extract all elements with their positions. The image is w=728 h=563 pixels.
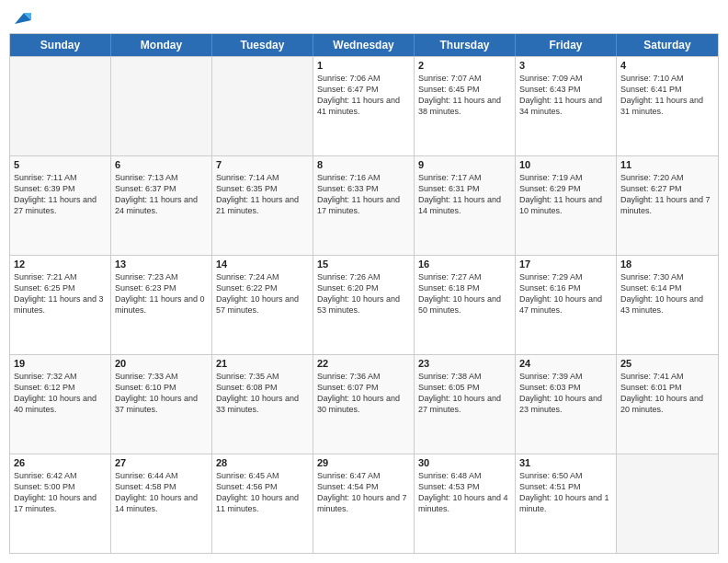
cal-cell: 12Sunrise: 7:21 AMSunset: 6:25 PMDayligh… bbox=[10, 256, 111, 354]
header bbox=[9, 9, 719, 28]
cell-info: Sunrise: 7:23 AMSunset: 6:23 PMDaylight:… bbox=[115, 271, 208, 316]
cell-info: Sunrise: 7:26 AMSunset: 6:20 PMDaylight:… bbox=[317, 271, 410, 316]
cell-info: Sunrise: 6:47 AMSunset: 4:54 PMDaylight:… bbox=[317, 470, 410, 515]
cal-header-friday: Friday bbox=[516, 34, 617, 56]
cal-cell: 28Sunrise: 6:45 AMSunset: 4:56 PMDayligh… bbox=[212, 454, 313, 553]
cell-info: Sunrise: 7:16 AMSunset: 6:33 PMDaylight:… bbox=[317, 172, 410, 217]
cal-cell bbox=[10, 57, 111, 155]
cal-week-3: 19Sunrise: 7:32 AMSunset: 6:12 PMDayligh… bbox=[10, 354, 718, 454]
day-number: 28 bbox=[216, 457, 309, 468]
day-number: 25 bbox=[620, 358, 714, 369]
cal-header-thursday: Thursday bbox=[415, 34, 516, 56]
day-number: 20 bbox=[115, 358, 208, 369]
day-number: 9 bbox=[418, 159, 511, 170]
cell-info: Sunrise: 7:41 AMSunset: 6:01 PMDaylight:… bbox=[620, 371, 714, 416]
cal-cell: 3Sunrise: 7:09 AMSunset: 6:43 PMDaylight… bbox=[516, 57, 617, 155]
cal-cell: 29Sunrise: 6:47 AMSunset: 4:54 PMDayligh… bbox=[313, 454, 415, 553]
cal-cell: 15Sunrise: 7:26 AMSunset: 6:20 PMDayligh… bbox=[313, 256, 415, 354]
cell-info: Sunrise: 6:50 AMSunset: 4:51 PMDaylight:… bbox=[519, 470, 612, 515]
day-number: 10 bbox=[519, 159, 612, 170]
cal-cell: 19Sunrise: 7:32 AMSunset: 6:12 PMDayligh… bbox=[10, 355, 111, 454]
cell-info: Sunrise: 7:09 AMSunset: 6:43 PMDaylight:… bbox=[519, 73, 612, 118]
cal-cell: 10Sunrise: 7:19 AMSunset: 6:29 PMDayligh… bbox=[516, 156, 617, 255]
cell-info: Sunrise: 7:27 AMSunset: 6:18 PMDaylight:… bbox=[418, 271, 511, 316]
cal-week-2: 12Sunrise: 7:21 AMSunset: 6:25 PMDayligh… bbox=[10, 255, 718, 354]
cell-info: Sunrise: 7:39 AMSunset: 6:03 PMDaylight:… bbox=[519, 371, 612, 416]
cell-info: Sunrise: 7:35 AMSunset: 6:08 PMDaylight:… bbox=[216, 371, 309, 416]
cal-cell: 17Sunrise: 7:29 AMSunset: 6:16 PMDayligh… bbox=[516, 256, 617, 354]
day-number: 17 bbox=[519, 259, 612, 270]
cal-cell: 1Sunrise: 7:06 AMSunset: 6:47 PMDaylight… bbox=[313, 57, 415, 155]
cal-cell: 27Sunrise: 6:44 AMSunset: 4:58 PMDayligh… bbox=[111, 454, 212, 553]
cell-info: Sunrise: 7:33 AMSunset: 6:10 PMDaylight:… bbox=[115, 371, 208, 416]
cal-cell: 9Sunrise: 7:17 AMSunset: 6:31 PMDaylight… bbox=[415, 156, 516, 255]
cal-cell: 31Sunrise: 6:50 AMSunset: 4:51 PMDayligh… bbox=[516, 454, 617, 553]
logo-icon bbox=[11, 7, 31, 28]
cell-info: Sunrise: 7:17 AMSunset: 6:31 PMDaylight:… bbox=[418, 172, 511, 217]
cal-cell: 13Sunrise: 7:23 AMSunset: 6:23 PMDayligh… bbox=[111, 256, 212, 354]
day-number: 7 bbox=[216, 159, 309, 170]
cell-info: Sunrise: 7:20 AMSunset: 6:27 PMDaylight:… bbox=[620, 172, 714, 217]
cal-cell: 7Sunrise: 7:14 AMSunset: 6:35 PMDaylight… bbox=[212, 156, 313, 255]
calendar-page: SundayMondayTuesdayWednesdayThursdayFrid… bbox=[0, 0, 728, 563]
cal-header-saturday: Saturday bbox=[617, 34, 718, 56]
cal-cell: 5Sunrise: 7:11 AMSunset: 6:39 PMDaylight… bbox=[10, 156, 111, 255]
cell-info: Sunrise: 7:24 AMSunset: 6:22 PMDaylight:… bbox=[216, 271, 309, 316]
day-number: 18 bbox=[620, 259, 714, 270]
cal-header-monday: Monday bbox=[111, 34, 212, 56]
cell-info: Sunrise: 7:14 AMSunset: 6:35 PMDaylight:… bbox=[216, 172, 309, 217]
cal-cell: 2Sunrise: 7:07 AMSunset: 6:45 PMDaylight… bbox=[415, 57, 516, 155]
calendar: SundayMondayTuesdayWednesdayThursdayFrid… bbox=[9, 33, 719, 554]
day-number: 1 bbox=[317, 60, 410, 71]
cal-cell: 20Sunrise: 7:33 AMSunset: 6:10 PMDayligh… bbox=[111, 355, 212, 454]
cell-info: Sunrise: 7:36 AMSunset: 6:07 PMDaylight:… bbox=[317, 371, 410, 416]
cal-week-4: 26Sunrise: 6:42 AMSunset: 5:00 PMDayligh… bbox=[10, 454, 718, 553]
day-number: 14 bbox=[216, 259, 309, 270]
day-number: 3 bbox=[519, 60, 612, 71]
cal-cell: 21Sunrise: 7:35 AMSunset: 6:08 PMDayligh… bbox=[212, 355, 313, 454]
cal-cell: 11Sunrise: 7:20 AMSunset: 6:27 PMDayligh… bbox=[617, 156, 718, 255]
calendar-header-row: SundayMondayTuesdayWednesdayThursdayFrid… bbox=[10, 34, 718, 56]
day-number: 31 bbox=[519, 457, 612, 468]
day-number: 22 bbox=[317, 358, 410, 369]
day-number: 27 bbox=[115, 457, 208, 468]
cal-cell: 25Sunrise: 7:41 AMSunset: 6:01 PMDayligh… bbox=[617, 355, 718, 454]
cal-cell: 23Sunrise: 7:38 AMSunset: 6:05 PMDayligh… bbox=[415, 355, 516, 454]
cell-info: Sunrise: 7:06 AMSunset: 6:47 PMDaylight:… bbox=[317, 73, 410, 118]
cell-info: Sunrise: 6:44 AMSunset: 4:58 PMDaylight:… bbox=[115, 470, 208, 515]
cell-info: Sunrise: 7:19 AMSunset: 6:29 PMDaylight:… bbox=[519, 172, 612, 217]
day-number: 24 bbox=[519, 358, 612, 369]
cell-info: Sunrise: 7:21 AMSunset: 6:25 PMDaylight:… bbox=[14, 271, 107, 316]
day-number: 11 bbox=[620, 159, 714, 170]
cal-cell bbox=[111, 57, 212, 155]
day-number: 5 bbox=[14, 159, 107, 170]
cell-info: Sunrise: 6:45 AMSunset: 4:56 PMDaylight:… bbox=[216, 470, 309, 515]
cal-cell: 26Sunrise: 6:42 AMSunset: 5:00 PMDayligh… bbox=[10, 454, 111, 553]
cal-cell bbox=[617, 454, 718, 553]
day-number: 19 bbox=[14, 358, 107, 369]
cal-cell: 30Sunrise: 6:48 AMSunset: 4:53 PMDayligh… bbox=[415, 454, 516, 553]
cal-cell: 22Sunrise: 7:36 AMSunset: 6:07 PMDayligh… bbox=[313, 355, 415, 454]
day-number: 23 bbox=[418, 358, 511, 369]
day-number: 12 bbox=[14, 259, 107, 270]
day-number: 6 bbox=[115, 159, 208, 170]
day-number: 26 bbox=[14, 457, 107, 468]
cell-info: Sunrise: 7:13 AMSunset: 6:37 PMDaylight:… bbox=[115, 172, 208, 217]
cal-cell: 4Sunrise: 7:10 AMSunset: 6:41 PMDaylight… bbox=[617, 57, 718, 155]
logo bbox=[9, 9, 31, 28]
cal-header-wednesday: Wednesday bbox=[313, 34, 415, 56]
calendar-body: 1Sunrise: 7:06 AMSunset: 6:47 PMDaylight… bbox=[10, 56, 718, 553]
cal-cell: 24Sunrise: 7:39 AMSunset: 6:03 PMDayligh… bbox=[516, 355, 617, 454]
cell-info: Sunrise: 7:29 AMSunset: 6:16 PMDaylight:… bbox=[519, 271, 612, 316]
day-number: 29 bbox=[317, 457, 410, 468]
day-number: 13 bbox=[115, 259, 208, 270]
cell-info: Sunrise: 7:30 AMSunset: 6:14 PMDaylight:… bbox=[620, 271, 714, 316]
day-number: 16 bbox=[418, 259, 511, 270]
day-number: 4 bbox=[620, 60, 714, 71]
day-number: 21 bbox=[216, 358, 309, 369]
day-number: 30 bbox=[418, 457, 511, 468]
cal-header-tuesday: Tuesday bbox=[212, 34, 313, 56]
day-number: 8 bbox=[317, 159, 410, 170]
cal-cell bbox=[212, 57, 313, 155]
cal-cell: 14Sunrise: 7:24 AMSunset: 6:22 PMDayligh… bbox=[212, 256, 313, 354]
